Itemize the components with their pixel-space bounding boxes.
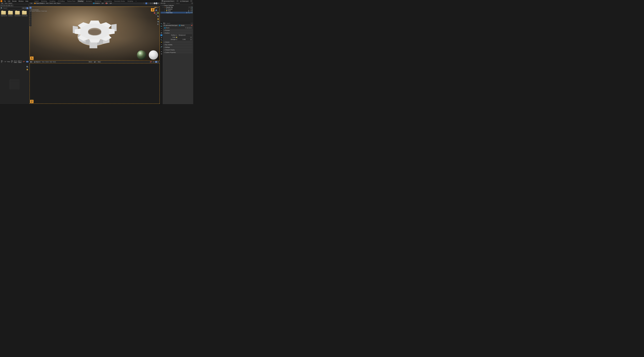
prop-tab-texture-icon[interactable]: ▦ xyxy=(160,53,162,55)
image-editor-canvas[interactable]: 🔍 ✋ xyxy=(0,63,29,104)
viewport-camera-icon[interactable]: 📷 xyxy=(157,21,159,23)
display-horizontal-list-icon[interactable]: ☷ xyxy=(24,7,26,9)
menu-help[interactable]: Help xyxy=(24,0,29,2)
filebrowser-menu-view[interactable]: View xyxy=(4,2,8,4)
hide-viewport-icon[interactable]: 👁 xyxy=(190,12,191,13)
prop-tab-output-icon[interactable]: 🖨 xyxy=(160,27,162,29)
prop-tab-data-icon[interactable]: ▽ xyxy=(160,48,162,50)
display-thumbnails-icon[interactable]: ⊞ xyxy=(26,7,28,9)
node-menu-node[interactable]: Node xyxy=(53,61,56,62)
shading-material-icon[interactable] xyxy=(154,2,156,4)
workspace-tab-uv[interactable]: UV Editing xyxy=(56,0,66,2)
shading-rendered-icon[interactable] xyxy=(156,2,158,4)
menu-render[interactable]: Render xyxy=(11,0,18,2)
node-shader-type[interactable]: ◉ Object ▾ xyxy=(34,61,41,63)
nav-back-button[interactable]: ← xyxy=(1,5,3,6)
properties-search-input[interactable] xyxy=(166,22,191,24)
panel-surface[interactable]: ▾Surface xyxy=(164,32,192,34)
hide-viewport-icon[interactable]: 👁 xyxy=(190,6,191,8)
proportional-editing[interactable]: ◎▾ xyxy=(109,2,112,4)
disable-render-icon[interactable]: 📷 xyxy=(191,6,193,8)
world-datablock-selector[interactable]: 🌐 World 5 ☐ ☐ ✕ xyxy=(164,27,192,29)
viewlayer-selector[interactable]: 🗂 ViewLayer xyxy=(180,0,189,2)
nav-refresh-button[interactable]: ↻ xyxy=(8,5,10,6)
color-link-icon[interactable]: • xyxy=(190,37,192,38)
outliner-display-mode[interactable]: 🗂▾ xyxy=(163,2,166,4)
workspace-tab-rendering[interactable]: Rendering xyxy=(94,0,102,2)
viewlayer-new-button[interactable]: ☐ xyxy=(190,0,193,2)
tool-rotate-icon[interactable] xyxy=(30,13,32,15)
filebrowser-path-input[interactable] xyxy=(14,5,28,6)
nav-forward-button[interactable]: → xyxy=(3,5,5,6)
disable-render-icon[interactable]: 📷 xyxy=(191,8,193,10)
restrict-select-icon[interactable]: ☑ xyxy=(188,6,190,8)
nav-up-button[interactable]: ↑ xyxy=(6,5,8,6)
workspace-tab-texture[interactable]: Texture Paint xyxy=(66,0,77,2)
panel-ray-visibility[interactable]: ▸Ray Visibility xyxy=(164,44,192,46)
strength-link-icon[interactable]: • xyxy=(190,39,192,40)
filebrowser-menu-select[interactable]: Select xyxy=(8,2,12,4)
node-overlay-icon[interactable]: ⊙ xyxy=(152,61,155,63)
viewport-menu-add[interactable]: Add xyxy=(54,2,56,4)
scene-selector[interactable]: 🎬 generated-fixed... xyxy=(161,0,176,2)
workspace-tab-sculpting[interactable]: Sculpting xyxy=(48,0,56,2)
workspace-tab-geonodes[interactable]: Geometry Nodes xyxy=(113,0,126,2)
prop-tab-modifier-icon[interactable]: 🔧 xyxy=(160,39,162,41)
workspace-tab-animation[interactable]: Animation xyxy=(84,0,94,2)
properties-options-icon[interactable]: ⋮ xyxy=(191,22,193,24)
image-overlay-icon[interactable]: ⊙ xyxy=(26,61,28,62)
snapping-toggle[interactable]: 🧲▾ xyxy=(105,2,108,4)
interaction-mode-dropdown[interactable]: 🔶 Object Mode ▾ xyxy=(34,2,45,4)
tool-measure-icon[interactable] xyxy=(30,22,32,24)
transform-orientation[interactable]: 🌐 Global ▾ xyxy=(92,2,100,4)
node-menu-add[interactable]: Add xyxy=(50,61,52,62)
tool-transform-icon[interactable] xyxy=(30,18,32,20)
panel-custom-properties[interactable]: ▸Custom Properties xyxy=(164,52,192,54)
strength-value-field[interactable]: 1.000 xyxy=(178,39,190,40)
viewport-perspective-icon[interactable]: ⊞ xyxy=(157,23,159,25)
xray-toggle-icon[interactable] xyxy=(148,2,150,4)
outliner-row-camera[interactable]: ▸ 📷 Camera ▹ 👁📷 xyxy=(160,8,193,10)
prop-tab-physics-icon[interactable]: ⊚ xyxy=(160,44,162,46)
outliner-row-fixed-gear[interactable]: ▸ ▽ Fixed Gear ▥ 🔧 👁📷 xyxy=(160,12,193,14)
overlay-toggle-icon[interactable] xyxy=(146,2,147,4)
prop-tab-world-icon[interactable]: 🌐 xyxy=(160,34,162,36)
image-editor-mode[interactable]: ⬚▾ xyxy=(4,61,6,62)
world-copy-button[interactable]: ☐ xyxy=(188,27,190,29)
panel-settings[interactable]: ▸Settings xyxy=(164,46,192,48)
image-editor-menu-view[interactable]: View xyxy=(7,61,10,62)
gear-mesh[interactable] xyxy=(68,12,122,56)
workspace-tab-compositing[interactable]: Compositing xyxy=(102,0,113,2)
scene-new-button[interactable]: ☐ xyxy=(176,0,179,2)
pivot-point[interactable]: ⊙▾ xyxy=(101,2,104,4)
gizmo-toggle-icon[interactable] xyxy=(143,2,145,4)
disable-render-icon[interactable]: 📷 xyxy=(191,12,193,13)
surface-node-socket-icon[interactable] xyxy=(176,35,177,36)
tool-scale-icon[interactable] xyxy=(30,16,32,18)
menu-file[interactable]: File xyxy=(3,0,7,2)
color-value-field[interactable] xyxy=(178,36,190,38)
viewport-menu-select[interactable]: Select xyxy=(49,2,53,4)
outliner-editor-type[interactable]: ☷▾ xyxy=(160,2,163,4)
viewport-menu-view[interactable]: View xyxy=(46,2,49,4)
disable-render-icon[interactable]: 📷 xyxy=(191,10,193,12)
image-zoom-icon[interactable]: 🔍 xyxy=(26,66,28,68)
hide-viewport-icon[interactable]: 👁 xyxy=(190,8,191,10)
node-use-nodes-icon[interactable]: ▦ xyxy=(155,61,158,63)
workspace-tab-shading[interactable]: Shading xyxy=(77,0,84,2)
material-slot-selector[interactable]: Slot ▾ xyxy=(88,61,92,63)
nav-newdir-button[interactable]: + xyxy=(10,5,12,6)
node-options-icon[interactable]: ▾ xyxy=(158,61,160,63)
workspace-tab-scripting[interactable]: Scripting xyxy=(126,0,134,2)
node-menu-view[interactable]: View xyxy=(42,61,44,62)
prop-tab-material-icon[interactable]: ◉ xyxy=(160,50,162,52)
folder-applications[interactable]: Applications xyxy=(1,11,6,16)
hide-viewport-icon[interactable]: 👁 xyxy=(190,10,191,12)
pin-icon[interactable]: 📌 xyxy=(191,25,192,26)
color-node-socket-icon[interactable] xyxy=(176,37,177,38)
surface-shader-dropdown[interactable]: Background xyxy=(178,34,192,36)
world-unlink-button[interactable]: ✕ xyxy=(190,27,192,29)
world-new-button[interactable]: ☐ xyxy=(186,27,188,29)
prop-tab-particles-icon[interactable]: ✨ xyxy=(160,41,162,43)
image-pan-icon[interactable]: ✋ xyxy=(26,69,28,71)
